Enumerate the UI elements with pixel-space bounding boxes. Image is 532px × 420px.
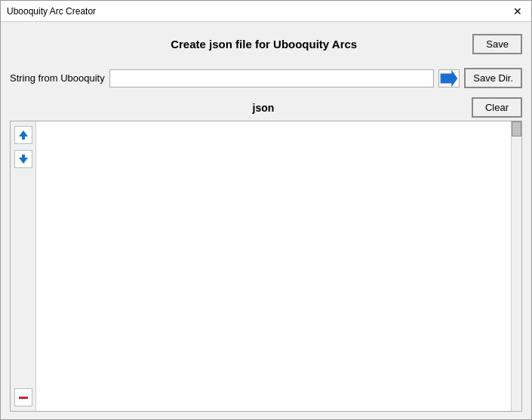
title-bar: Ubooquity Arc Creator ✕ (1, 1, 531, 22)
header-row: Create json file for Ubooquity Arcs Save (10, 29, 522, 59)
svg-marker-0 (441, 69, 458, 87)
json-header-row: json Clear (10, 97, 522, 118)
save-dir-button[interactable]: Save Dir. (464, 68, 522, 88)
json-label: json (55, 102, 472, 114)
down-button[interactable] (14, 150, 32, 168)
save-button[interactable]: Save (472, 34, 522, 54)
scrollbar-thumb[interactable] (512, 121, 521, 136)
input-label: String from Ubooquity (10, 72, 105, 84)
clear-button[interactable]: Clear (472, 97, 522, 118)
input-row: String from Ubooquity Save Dir. (10, 65, 522, 91)
window-title: Ubooquity Arc Creator (7, 6, 96, 17)
string-input[interactable] (109, 69, 435, 87)
page-title: Create json file for Ubooquity Arcs (55, 38, 472, 51)
main-window: Ubooquity Arc Creator ✕ Create json file… (0, 0, 532, 420)
json-textarea[interactable] (36, 121, 511, 411)
json-textarea-container (36, 121, 511, 411)
json-body (10, 121, 522, 412)
svg-marker-1 (19, 130, 28, 139)
remove-button[interactable] (14, 388, 32, 406)
svg-rect-3 (19, 397, 28, 399)
svg-marker-2 (19, 155, 28, 164)
close-button[interactable]: ✕ (510, 4, 525, 19)
up-button[interactable] (14, 126, 32, 144)
side-panel (11, 121, 36, 411)
json-section: json Clear (10, 97, 522, 412)
content-area: Create json file for Ubooquity Arcs Save… (1, 22, 531, 419)
submit-arrow-button[interactable] (438, 69, 460, 87)
scrollbar-track[interactable] (511, 121, 521, 411)
